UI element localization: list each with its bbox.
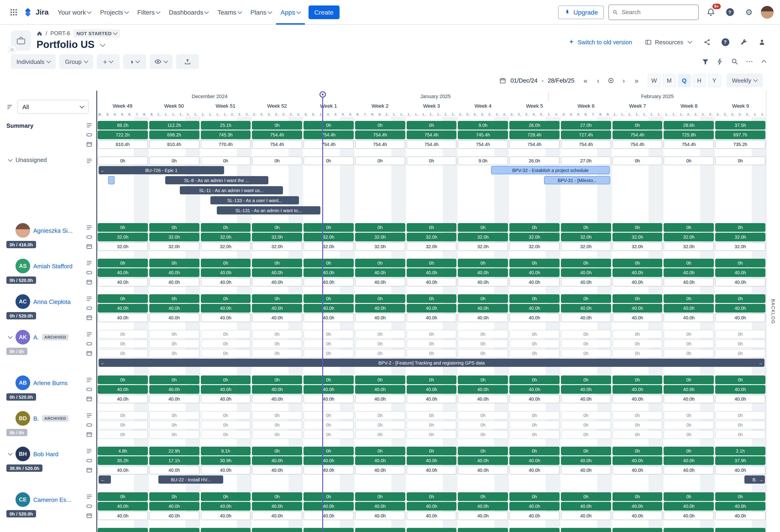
allocation-cell[interactable]: 0h bbox=[149, 339, 199, 348]
allocation-cell[interactable]: 40.0h bbox=[561, 456, 611, 465]
allocation-cell[interactable]: 40.0h bbox=[201, 466, 251, 475]
allocation-cell[interactable]: 0h bbox=[303, 421, 354, 429]
allocation-cell[interactable]: 0h bbox=[149, 492, 199, 501]
allocation-cell[interactable]: 754.4h bbox=[612, 140, 663, 149]
scope-select[interactable]: All bbox=[17, 100, 89, 114]
row-card-icon[interactable] bbox=[85, 395, 93, 403]
allocation-cell[interactable]: 0h bbox=[355, 223, 405, 232]
allocation-cell[interactable]: 26.0h bbox=[509, 121, 559, 129]
allocation-cell[interactable]: 32.0h bbox=[149, 233, 199, 242]
nav-item-plans[interactable]: Plans bbox=[246, 0, 276, 24]
row-capsule-icon[interactable] bbox=[85, 502, 93, 511]
allocation-cell[interactable]: 32.0h bbox=[98, 242, 148, 251]
allocation-cell[interactable]: 0h bbox=[664, 330, 714, 338]
allocation-cell[interactable] bbox=[406, 528, 457, 532]
allocation-cell[interactable]: 40.0h bbox=[201, 278, 251, 286]
allocation-cell[interactable]: 0h bbox=[98, 157, 148, 165]
allocation-cell[interactable]: 32.0h bbox=[355, 233, 405, 242]
allocation-cell[interactable]: 0h bbox=[509, 411, 559, 420]
allocation-cell[interactable]: 0h bbox=[561, 430, 611, 439]
allocation-cell[interactable]: 0h bbox=[664, 157, 714, 165]
issue-bar[interactable]: SL-131 - As an admin I want to... bbox=[216, 206, 321, 214]
status-badge[interactable]: NOT STARTED bbox=[73, 29, 120, 38]
allocation-cell[interactable]: 0h bbox=[715, 421, 765, 429]
allocation-cell[interactable]: 0h bbox=[149, 421, 199, 429]
allocation-cell[interactable]: 40.0h bbox=[406, 268, 457, 277]
allocation-cell[interactable]: 0h bbox=[612, 121, 663, 129]
allocation-cell[interactable] bbox=[561, 528, 611, 532]
row-card-icon[interactable] bbox=[85, 140, 93, 149]
person-name[interactable]: Arlene Burns bbox=[33, 379, 67, 386]
allocation-cell[interactable]: 0h bbox=[201, 349, 251, 358]
allocation-cell[interactable]: 40.0h bbox=[149, 502, 199, 511]
allocation-cell[interactable]: 32.0h bbox=[98, 233, 148, 242]
row-card-icon[interactable] bbox=[85, 278, 93, 286]
page-title[interactable]: Portfolio US bbox=[37, 39, 120, 51]
allocation-cell[interactable]: 40.0h bbox=[561, 278, 611, 286]
allocation-cell[interactable]: 0h bbox=[252, 447, 302, 455]
allocation-cell[interactable]: 40.0h bbox=[715, 512, 765, 520]
allocation-cell[interactable]: 0h bbox=[715, 330, 765, 338]
allocation-cell[interactable]: 0h bbox=[664, 447, 714, 455]
allocation-cell[interactable]: 40.0h bbox=[98, 395, 148, 403]
jira-logo[interactable]: Jira bbox=[21, 7, 53, 17]
allocation-cell[interactable]: 0h bbox=[303, 411, 354, 420]
allocation-cell[interactable]: 0h bbox=[355, 157, 405, 165]
row-card-icon[interactable] bbox=[85, 242, 93, 251]
help-button-secondary[interactable]: ? bbox=[718, 35, 733, 49]
allocation-cell[interactable]: 40.0h bbox=[561, 466, 611, 475]
allocation-cell[interactable]: 0h bbox=[612, 259, 663, 267]
allocation-cell[interactable]: 40.0h bbox=[252, 304, 302, 313]
allocation-cell[interactable]: 40.0h bbox=[355, 385, 405, 394]
allocation-cell[interactable]: 754.4h bbox=[355, 140, 405, 149]
allocation-cell[interactable]: 40.0h bbox=[355, 466, 405, 475]
allocation-cell[interactable]: 40.0h bbox=[715, 466, 765, 475]
allocation-cell[interactable]: 754.4h bbox=[303, 140, 354, 149]
issue-bar[interactable]: ←BPV-2 - [Feature] Tracking and register… bbox=[99, 359, 764, 367]
allocation-cell[interactable]: 0h bbox=[561, 375, 611, 384]
allocation-cell[interactable]: 727.4h bbox=[561, 130, 611, 139]
notifications-button[interactable]: 9+ bbox=[703, 5, 718, 19]
allocation-cell[interactable]: 754.4h bbox=[509, 140, 559, 149]
allocation-cell[interactable]: 30.9h bbox=[201, 456, 251, 465]
allocation-cell[interactable]: 40.0h bbox=[612, 385, 663, 394]
app-switcher-icon[interactable] bbox=[6, 5, 21, 19]
allocation-cell[interactable]: 32.0h bbox=[715, 233, 765, 242]
allocation-cell[interactable]: 0h bbox=[664, 259, 714, 267]
allocation-cell[interactable]: 40.0h bbox=[458, 395, 508, 403]
allocation-cell[interactable]: 40.0h bbox=[355, 512, 405, 520]
row-list-icon[interactable] bbox=[85, 411, 93, 420]
allocation-cell[interactable]: 40.0h bbox=[664, 278, 714, 286]
allocation-cell[interactable]: 0h bbox=[458, 421, 508, 429]
allocation-cell[interactable]: 0h bbox=[715, 430, 765, 439]
allocation-cell[interactable]: 0h bbox=[406, 330, 457, 338]
allocation-cell[interactable]: 40.0h bbox=[355, 278, 405, 286]
allocation-cell[interactable]: 0h bbox=[201, 411, 251, 420]
resources-button[interactable]: Resources bbox=[640, 36, 696, 48]
allocation-cell[interactable]: 0h bbox=[149, 375, 199, 384]
help-button[interactable]: ? bbox=[723, 5, 737, 19]
row-list-icon[interactable] bbox=[85, 330, 93, 338]
allocation-cell[interactable]: 0h bbox=[98, 259, 148, 267]
allocation-cell[interactable]: 0h bbox=[664, 375, 714, 384]
allocation-cell[interactable]: 40.0h bbox=[561, 395, 611, 403]
allocation-cell[interactable]: 40.0h bbox=[612, 278, 663, 286]
allocation-cell[interactable]: 0h bbox=[406, 375, 457, 384]
allocation-cell[interactable]: 0h bbox=[664, 492, 714, 501]
allocation-cell[interactable]: 40.0h bbox=[715, 304, 765, 313]
allocation-cell[interactable]: 0h bbox=[664, 411, 714, 420]
allocation-cell[interactable]: 0h bbox=[98, 330, 148, 338]
allocation-cell[interactable]: 0h bbox=[561, 421, 611, 429]
allocation-cell[interactable]: 0h bbox=[509, 421, 559, 429]
issue-bar[interactable]: SL-8 - As an admin I want the ... bbox=[165, 176, 268, 184]
allocation-cell[interactable]: 40.0h bbox=[406, 278, 457, 286]
today-button[interactable] bbox=[605, 75, 616, 86]
allocation-cell[interactable]: 37.5h bbox=[715, 121, 765, 129]
allocation-cell[interactable] bbox=[612, 528, 663, 532]
allocation-cell[interactable]: 0h bbox=[201, 259, 251, 267]
allocation-cell[interactable]: 754.4h bbox=[406, 130, 457, 139]
allocation-cell[interactable]: 0h bbox=[561, 411, 611, 420]
allocation-cell[interactable]: 40.0h bbox=[406, 385, 457, 394]
allocation-cell[interactable]: 40.0h bbox=[612, 512, 663, 520]
allocation-cell[interactable]: 0h bbox=[458, 349, 508, 358]
